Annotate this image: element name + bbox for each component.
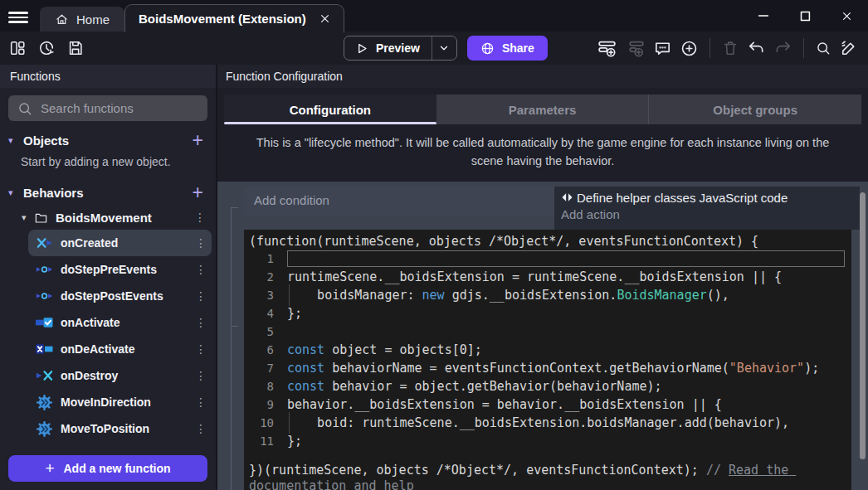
preview-label: Preview <box>376 41 420 55</box>
code-line: 4}; <box>244 304 851 323</box>
undo-icon[interactable] <box>747 39 766 58</box>
edit-scene-icon[interactable] <box>839 39 858 58</box>
js-event-title-label: Define helper classes JavaScript code <box>577 191 788 205</box>
add-behavior-button[interactable]: + <box>193 184 203 201</box>
group-menu-button[interactable]: ⋮ <box>194 211 206 224</box>
lifecycle-step-icon <box>34 289 54 303</box>
preview-button[interactable]: Preview <box>344 36 457 61</box>
function-item-MoveInDirection[interactable]: MoveInDirection ⋮ <box>28 389 212 415</box>
add-new-function-button[interactable]: + Add a new function <box>8 455 207 482</box>
share-label: Share <box>502 41 534 55</box>
item-menu-button[interactable]: ⋮ <box>195 316 207 329</box>
play-icon <box>356 42 368 55</box>
tab-home[interactable]: Home <box>40 7 124 32</box>
chevron-down-icon: ▾ <box>22 212 34 223</box>
maximize-button[interactable] <box>797 7 813 24</box>
globe-icon <box>480 41 495 56</box>
function-item-doStepPreEvents[interactable]: doStepPreEvents ⋮ <box>28 256 212 283</box>
function-item-MoveToPosition[interactable]: MoveToPosition ⋮ <box>28 415 212 442</box>
code-line: 6const object = objects[0]; <box>244 341 851 359</box>
tab-boidsmovement-extension[interactable]: BoidsMovement (Extension) <box>124 4 344 32</box>
tab-object-groups[interactable]: Object groups <box>648 95 861 124</box>
code-footer-line: })(runtimeScene, objects /*Object*/, eve… <box>244 463 851 490</box>
search-functions-input[interactable] <box>41 101 199 115</box>
add-subevent-icon[interactable] <box>625 38 646 59</box>
minimize-button[interactable] <box>755 7 772 24</box>
add-circle-icon[interactable] <box>680 39 699 58</box>
titlebar: Home BoidsMovement (Extension) <box>0 0 868 32</box>
behavior-method-icon <box>34 421 54 436</box>
search-icon[interactable] <box>815 40 831 56</box>
lifecycle-description: This is a "lifecycle method". It will be… <box>217 124 868 182</box>
tab-parameters[interactable]: Parameters <box>436 95 649 124</box>
objects-section-header[interactable]: ▾ Objects + <box>0 128 216 153</box>
add-object-button[interactable]: + <box>193 132 203 148</box>
toolbar: Preview Share <box>0 32 868 65</box>
code-line: 11}; <box>244 432 851 450</box>
function-item-doStepPostEvents[interactable]: doStepPostEvents ⋮ <box>28 283 212 309</box>
folder-icon <box>34 211 48 224</box>
search-functions-box[interactable] <box>8 95 207 121</box>
panel-title: Function Configuration <box>217 65 868 88</box>
chevron-down-icon: ▾ <box>8 135 21 146</box>
js-code-icon <box>561 192 573 202</box>
main-menu-button[interactable] <box>8 9 28 26</box>
trash-icon[interactable] <box>721 39 739 57</box>
toolbar-divider <box>803 38 804 58</box>
events-scrollbar[interactable] <box>860 192 866 459</box>
close-button[interactable] <box>838 7 855 24</box>
chevron-down-icon <box>438 42 450 54</box>
tab-label: BoidsMovement (Extension) <box>139 12 306 26</box>
save-icon[interactable] <box>66 39 85 57</box>
activate-icon <box>34 315 54 330</box>
function-item-onCreated[interactable]: onCreated ⋮ <box>28 230 212 256</box>
destroy-icon <box>34 368 54 383</box>
share-button[interactable]: Share <box>467 36 548 61</box>
objects-section-label: Objects <box>23 133 69 148</box>
project-manager-icon[interactable] <box>8 39 27 57</box>
item-menu-button[interactable]: ⋮ <box>195 369 207 382</box>
js-code-editor[interactable]: (function(runtimeScene, objects /*Object… <box>244 230 851 490</box>
close-icon[interactable] <box>319 13 330 24</box>
home-icon <box>55 12 69 27</box>
sidebar-title: Functions <box>0 65 216 88</box>
lifecycle-step-icon <box>34 262 54 277</box>
lifecycle-created-icon <box>34 235 54 250</box>
event-row: Add condition Define helper classes Java… <box>244 187 860 230</box>
function-item-onDestroy[interactable]: onDestroy ⋮ <box>28 362 212 389</box>
item-menu-button[interactable]: ⋮ <box>195 236 207 250</box>
history-icon[interactable] <box>37 39 56 57</box>
code-line: 5 <box>244 323 851 341</box>
event-actions-cell: Define helper classes JavaScript code Ad… <box>554 187 860 230</box>
redo-icon[interactable] <box>773 39 792 58</box>
item-menu-button[interactable]: ⋮ <box>195 263 207 276</box>
behaviors-section-header[interactable]: ▾ Behaviors + <box>0 180 216 205</box>
toolbar-divider <box>710 38 710 58</box>
code-header-line: (function(runtimeScene, objects /*Object… <box>244 233 851 250</box>
function-item-onDeActivate[interactable]: onDeActivate ⋮ <box>28 336 212 362</box>
code-line: 8const behavior = object.getBehavior(beh… <box>244 377 851 395</box>
item-menu-button[interactable]: ⋮ <box>195 395 207 409</box>
tab-configuration[interactable]: Configuration <box>224 95 436 124</box>
code-line: 2runtimeScene.__boidsExtension = runtime… <box>244 268 851 286</box>
tab-home-label: Home <box>76 12 110 27</box>
item-menu-button[interactable]: ⋮ <box>195 342 207 356</box>
add-event-icon[interactable] <box>597 38 617 59</box>
add-condition-button[interactable]: Add condition <box>244 187 554 216</box>
preview-dropdown-button[interactable] <box>432 36 456 60</box>
code-line: 3 boidsManager: new gdjs.__boidsExtensio… <box>244 286 851 304</box>
code-line: 9behavior.__boidsExtension = behavior.__… <box>244 395 851 414</box>
item-menu-button[interactable]: ⋮ <box>195 422 207 435</box>
add-function-label: Add a new function <box>64 462 171 475</box>
search-icon <box>17 100 33 117</box>
behaviors-section-label: Behaviors <box>23 186 84 200</box>
add-action-button[interactable]: Add action <box>561 207 853 221</box>
function-item-onActivate[interactable]: onActivate ⋮ <box>28 309 212 336</box>
code-line: 7const behaviorName = eventsFunctionCont… <box>244 359 851 377</box>
item-menu-button[interactable]: ⋮ <box>195 289 207 303</box>
behavior-method-icon <box>34 395 54 410</box>
add-comment-icon[interactable] <box>653 39 672 58</box>
js-event-title[interactable]: Define helper classes JavaScript code <box>561 191 853 205</box>
behavior-group-boidsmovement[interactable]: ▾ BoidsMovement ⋮ <box>0 205 216 230</box>
behavior-group-label: BoidsMovement <box>56 211 152 225</box>
